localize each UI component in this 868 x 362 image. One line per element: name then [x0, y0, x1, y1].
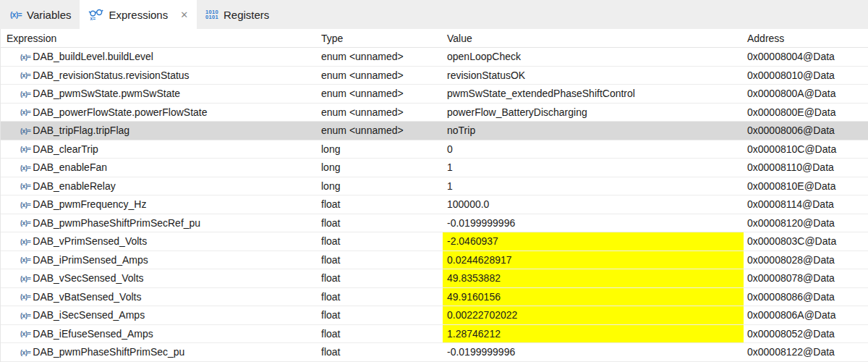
- address-cell: 0x00008086@Data: [744, 288, 868, 306]
- table-row[interactable]: (x)= DAB_iSecSensed_Amps float 0.0022270…: [1, 306, 868, 325]
- address-cell: 0x00008122@Data: [744, 343, 868, 361]
- type-cell: long: [317, 140, 443, 159]
- address-cell: 0x0000800E@Data: [744, 104, 868, 122]
- column-header-address[interactable]: Address: [744, 29, 868, 47]
- variables-icon: (x)=: [10, 11, 22, 19]
- table-row[interactable]: (x)= DAB_powerFlowState.powerFlowState e…: [1, 104, 868, 122]
- type-cell: float: [317, 306, 443, 324]
- tab-variables-label: Variables: [27, 9, 71, 21]
- expression-variable-icon: (x)=: [20, 201, 30, 209]
- table-row[interactable]: (x)= DAB_pwmPhaseShiftPrimSec_pu float -…: [1, 343, 868, 362]
- value-cell[interactable]: 49.8353882: [443, 269, 744, 287]
- address-cell: 0x00008114@Data: [744, 195, 868, 214]
- type-cell: enum <unnamed>: [317, 48, 443, 66]
- type-cell: enum <unnamed>: [317, 122, 443, 140]
- expression-cell: (x)= DAB_buildLevel.buildLevel: [1, 48, 317, 66]
- value-cell[interactable]: revisionStatusOK: [443, 67, 744, 85]
- address-cell: 0x00008010@Data: [744, 67, 868, 85]
- address-cell: 0x00008004@Data: [744, 48, 868, 66]
- value-cell[interactable]: noTrip: [443, 122, 744, 140]
- expression-name: DAB_iPrimSensed_Amps: [33, 254, 148, 266]
- expression-cell: (x)= DAB_iPrimSensed_Amps: [1, 251, 317, 269]
- value-cell[interactable]: 0: [443, 140, 744, 159]
- close-tab-icon[interactable]: ✕: [180, 10, 188, 20]
- type-cell: float: [317, 232, 443, 251]
- expression-name: DAB_revisionStatus.revisionStatus: [33, 70, 189, 81]
- table-row[interactable]: (x)= DAB_pwmPhaseShiftPrimSecRef_pu floa…: [1, 214, 868, 233]
- table-row[interactable]: (x)= DAB_pwmSwState.pwmSwState enum <unn…: [1, 85, 868, 104]
- expression-name: DAB_tripFlag.tripFlag: [33, 125, 129, 136]
- type-cell: float: [317, 195, 443, 214]
- value-cell[interactable]: 49.9160156: [443, 288, 744, 306]
- value-cell[interactable]: openLoopCheck: [443, 48, 744, 66]
- tab-registers[interactable]: 1010 0101 Registers: [197, 0, 278, 29]
- table-row[interactable]: (x)= DAB_clearTrip long 0 0x0000810C@Dat…: [1, 140, 868, 159]
- expression-name: DAB_enableFan: [33, 161, 107, 173]
- table-row[interactable]: (x)= DAB_buildLevel.buildLevel enum <unn…: [1, 48, 868, 67]
- type-cell: float: [317, 325, 443, 343]
- tab-variables[interactable]: (x)= Variables: [1, 0, 80, 29]
- value-cell[interactable]: 100000.0: [443, 195, 744, 214]
- expression-name: DAB_pwmFrequency_Hz: [33, 198, 146, 210]
- table-row[interactable]: (x)= DAB_vPrimSensed_Volts float -2.0460…: [1, 232, 868, 251]
- expression-name: DAB_vBatSensed_Volts: [33, 291, 141, 303]
- svg-text:x=: x=: [90, 16, 96, 21]
- value-cell[interactable]: -2.0460937: [443, 232, 744, 251]
- address-cell: 0x0000800A@Data: [744, 85, 868, 103]
- expression-cell: (x)= DAB_revisionStatus.revisionStatus: [1, 67, 317, 85]
- value-cell[interactable]: -0.0199999996: [443, 214, 744, 232]
- expression-variable-icon: (x)=: [20, 329, 30, 337]
- table-row[interactable]: (x)= DAB_iPrimSensed_Amps float 0.024462…: [1, 251, 868, 270]
- table-row[interactable]: (x)= DAB_vBatSensed_Volts float 49.91601…: [1, 288, 868, 307]
- expression-cell: (x)= DAB_powerFlowState.powerFlowState: [1, 104, 317, 122]
- table-row[interactable]: (x)= DAB_enableRelay long 1 0x0000810E@D…: [1, 177, 868, 196]
- expression-name: DAB_powerFlowState.powerFlowState: [33, 106, 207, 118]
- column-header-expression[interactable]: Expression: [1, 29, 317, 47]
- expression-variable-icon: (x)=: [20, 256, 30, 264]
- type-cell: enum <unnamed>: [317, 85, 443, 103]
- value-cell[interactable]: pwmSwState_extendedPhaseShiftControl: [443, 85, 744, 103]
- table-row[interactable]: (x)= DAB_tripFlag.tripFlag enum <unnamed…: [1, 122, 868, 140]
- value-cell[interactable]: 0.0244628917: [443, 251, 744, 269]
- expression-variable-icon: (x)=: [20, 348, 30, 356]
- expression-cell: (x)= DAB_pwmPhaseShiftPrimSecRef_pu: [1, 214, 317, 232]
- table-row[interactable]: (x)= DAB_revisionStatus.revisionStatus e…: [1, 67, 868, 85]
- value-cell[interactable]: -0.0199999996: [443, 343, 744, 361]
- column-header-value[interactable]: Value: [443, 29, 744, 47]
- expression-variable-icon: (x)=: [20, 71, 30, 79]
- expressions-icon: x=: [88, 8, 103, 21]
- expression-variable-icon: (x)=: [20, 53, 30, 61]
- address-cell: 0x00008120@Data: [744, 214, 868, 232]
- expression-variable-icon: (x)=: [20, 274, 30, 282]
- expression-variable-icon: (x)=: [20, 164, 30, 172]
- address-cell: 0x0000810E@Data: [744, 177, 868, 195]
- address-cell: 0x0000803C@Data: [744, 232, 868, 251]
- expression-variable-icon: (x)=: [20, 145, 30, 153]
- expression-name: DAB_pwmPhaseShiftPrimSec_pu: [33, 346, 184, 358]
- value-cell[interactable]: 0.00222702022: [443, 306, 744, 324]
- address-cell: 0x00008110@Data: [744, 159, 868, 177]
- table-row[interactable]: (x)= DAB_pwmFrequency_Hz float 100000.0 …: [1, 195, 868, 214]
- expression-cell: (x)= DAB_pwmSwState.pwmSwState: [1, 85, 317, 103]
- expression-cell: (x)= DAB_clearTrip: [1, 140, 317, 159]
- expression-cell: (x)= DAB_enableRelay: [1, 177, 317, 195]
- type-cell: long: [317, 177, 443, 195]
- table-body: (x)= DAB_buildLevel.buildLevel enum <unn…: [1, 48, 868, 362]
- value-cell[interactable]: 1: [443, 177, 744, 195]
- column-header-type[interactable]: Type: [317, 29, 443, 47]
- table-row[interactable]: (x)= DAB_iEfuseSensed_Amps float 1.28746…: [1, 325, 868, 344]
- type-cell: enum <unnamed>: [317, 104, 443, 122]
- expression-cell: (x)= DAB_iSecSensed_Amps: [1, 306, 317, 324]
- table-header-row: Expression Type Value Address: [1, 29, 868, 48]
- type-cell: float: [317, 343, 443, 361]
- tab-expressions-label: Expressions: [109, 9, 168, 21]
- tab-expressions[interactable]: x= Expressions ✕: [80, 0, 197, 29]
- table-row[interactable]: (x)= DAB_vSecSensed_Volts float 49.83538…: [1, 269, 868, 288]
- type-cell: float: [317, 288, 443, 306]
- value-cell[interactable]: 1: [443, 159, 744, 177]
- view-tab-bar: (x)= Variables x= Expressions ✕ 1010 010…: [0, 0, 868, 29]
- table-row[interactable]: (x)= DAB_enableFan long 1 0x00008110@Dat…: [1, 159, 868, 177]
- value-cell[interactable]: 1.28746212: [443, 325, 744, 343]
- value-cell[interactable]: powerFlow_BatteryDischarging: [443, 104, 744, 122]
- expression-cell: (x)= DAB_pwmPhaseShiftPrimSec_pu: [1, 343, 317, 361]
